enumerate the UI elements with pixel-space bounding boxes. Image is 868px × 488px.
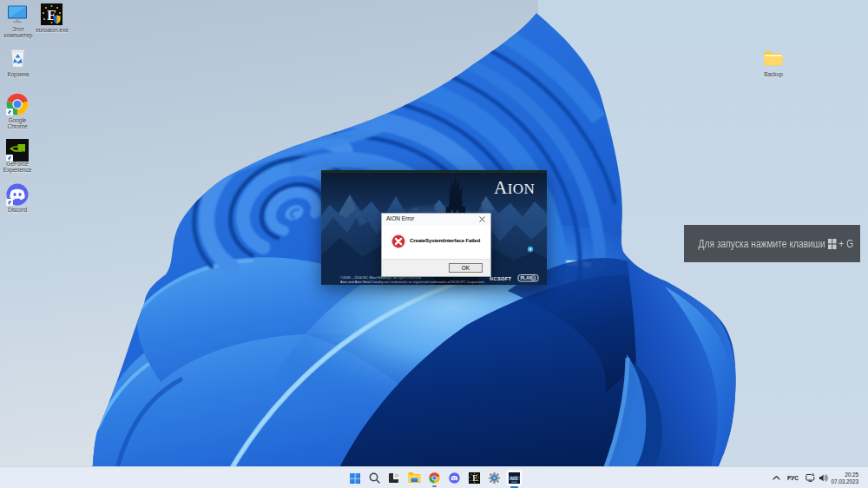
svg-text:E: E (472, 474, 477, 483)
svg-text:Aion and Aion Steel Cavalry ar: Aion and Aion Steel Cavalry are trademar… (340, 280, 484, 284)
svg-text:NC: NC (531, 277, 536, 280)
svg-text:PLAY: PLAY (521, 275, 533, 280)
svg-text:AION: AION (494, 177, 535, 198)
svg-text:AIO: AIO (510, 476, 518, 481)
svg-text:NCSOFT: NCSOFT (490, 276, 512, 281)
